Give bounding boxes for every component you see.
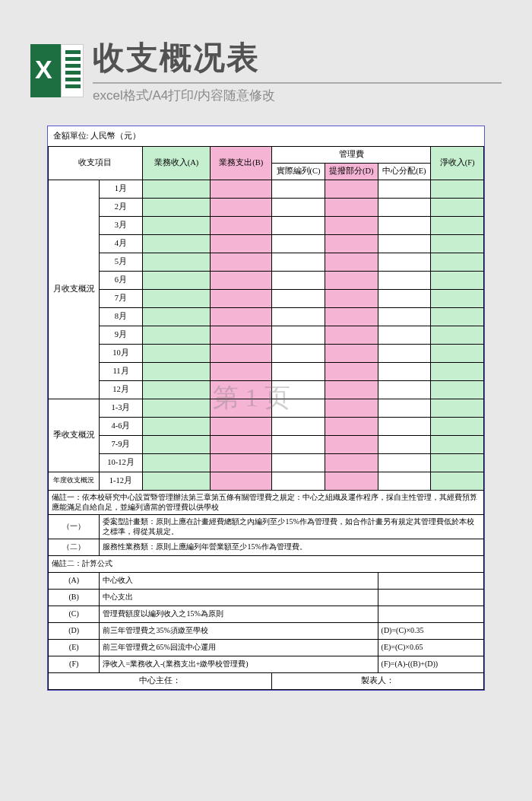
cell[interactable]: [272, 271, 325, 289]
cell[interactable]: [142, 435, 211, 453]
cell[interactable]: [325, 417, 378, 435]
cell[interactable]: [272, 435, 325, 453]
cell[interactable]: [272, 453, 325, 472]
cell[interactable]: [211, 472, 272, 490]
cell[interactable]: [431, 472, 484, 490]
cell[interactable]: [211, 271, 272, 289]
cell[interactable]: [142, 344, 211, 362]
cell[interactable]: [272, 344, 325, 362]
cell[interactable]: [142, 253, 211, 271]
cell[interactable]: [211, 307, 272, 326]
cell[interactable]: [142, 198, 211, 216]
cell[interactable]: [378, 253, 431, 271]
cell[interactable]: [272, 198, 325, 216]
cell[interactable]: [211, 289, 272, 307]
cell[interactable]: [142, 289, 211, 307]
cell[interactable]: [211, 216, 272, 234]
cell[interactable]: [211, 198, 272, 216]
cell[interactable]: [325, 234, 378, 253]
cell[interactable]: [272, 253, 325, 271]
cell[interactable]: [142, 180, 211, 198]
cell[interactable]: [431, 289, 484, 307]
cell[interactable]: [325, 216, 378, 234]
cell[interactable]: [211, 435, 272, 453]
cell[interactable]: [325, 289, 378, 307]
cell[interactable]: [272, 216, 325, 234]
cell[interactable]: [211, 344, 272, 362]
cell[interactable]: [325, 180, 378, 198]
cell[interactable]: [211, 234, 272, 253]
cell[interactable]: [378, 271, 431, 289]
cell[interactable]: [378, 399, 431, 417]
cell[interactable]: [378, 326, 431, 344]
cell[interactable]: [272, 380, 325, 399]
cell[interactable]: [272, 417, 325, 435]
cell[interactable]: [431, 380, 484, 399]
cell[interactable]: [272, 289, 325, 307]
cell[interactable]: [431, 344, 484, 362]
cell[interactable]: [142, 453, 211, 472]
cell[interactable]: [325, 326, 378, 344]
cell[interactable]: [378, 472, 431, 490]
cell[interactable]: [378, 216, 431, 234]
cell[interactable]: [272, 180, 325, 198]
cell[interactable]: [211, 326, 272, 344]
cell[interactable]: [378, 180, 431, 198]
cell[interactable]: [431, 198, 484, 216]
cell[interactable]: [325, 307, 378, 326]
cell[interactable]: [325, 380, 378, 399]
cell[interactable]: [431, 417, 484, 435]
cell[interactable]: [431, 453, 484, 472]
cell[interactable]: [325, 271, 378, 289]
cell[interactable]: [142, 417, 211, 435]
cell[interactable]: [378, 453, 431, 472]
cell[interactable]: [378, 289, 431, 307]
cell[interactable]: [431, 435, 484, 453]
cell[interactable]: [142, 307, 211, 326]
cell[interactable]: [142, 380, 211, 399]
cell[interactable]: [142, 234, 211, 253]
cell[interactable]: [272, 326, 325, 344]
cell[interactable]: [431, 234, 484, 253]
cell[interactable]: [378, 234, 431, 253]
cell[interactable]: [211, 380, 272, 399]
cell[interactable]: [211, 453, 272, 472]
cell[interactable]: [325, 344, 378, 362]
cell[interactable]: [272, 234, 325, 253]
cell[interactable]: [142, 271, 211, 289]
cell[interactable]: [325, 472, 378, 490]
cell[interactable]: [431, 326, 484, 344]
cell[interactable]: [431, 307, 484, 326]
cell[interactable]: [142, 472, 211, 490]
cell[interactable]: [325, 253, 378, 271]
cell[interactable]: [142, 362, 211, 380]
cell[interactable]: [325, 399, 378, 417]
cell[interactable]: [378, 307, 431, 326]
cell[interactable]: [431, 253, 484, 271]
cell[interactable]: [211, 253, 272, 271]
cell[interactable]: [431, 216, 484, 234]
cell[interactable]: [378, 435, 431, 453]
cell[interactable]: [431, 362, 484, 380]
cell[interactable]: [325, 453, 378, 472]
cell[interactable]: [211, 362, 272, 380]
cell[interactable]: [431, 271, 484, 289]
cell[interactable]: [211, 180, 272, 198]
cell[interactable]: [142, 326, 211, 344]
cell[interactable]: [325, 198, 378, 216]
cell[interactable]: [378, 344, 431, 362]
cell[interactable]: [272, 399, 325, 417]
cell[interactable]: [325, 362, 378, 380]
cell[interactable]: [378, 362, 431, 380]
cell[interactable]: [142, 216, 211, 234]
cell[interactable]: [211, 399, 272, 417]
cell[interactable]: [431, 180, 484, 198]
cell[interactable]: [378, 380, 431, 399]
cell[interactable]: [211, 417, 272, 435]
cell[interactable]: [272, 307, 325, 326]
cell[interactable]: [325, 435, 378, 453]
cell[interactable]: [272, 472, 325, 490]
cell[interactable]: [431, 399, 484, 417]
cell[interactable]: [142, 399, 211, 417]
cell[interactable]: [378, 417, 431, 435]
